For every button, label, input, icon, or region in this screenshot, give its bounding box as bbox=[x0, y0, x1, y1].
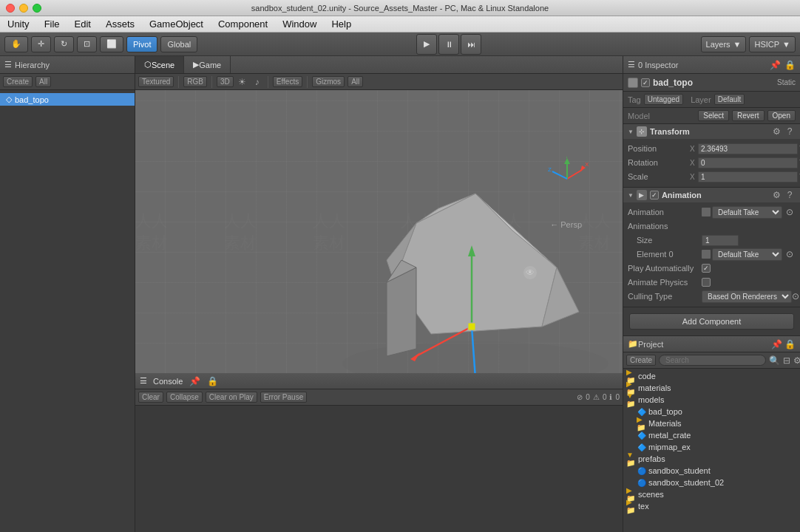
minimize-button[interactable] bbox=[19, 4, 28, 13]
create-button[interactable]: Create bbox=[3, 76, 33, 87]
menu-gameobject[interactable]: GameObject bbox=[142, 16, 211, 32]
console-pin-icon[interactable]: 📌 bbox=[189, 375, 200, 387]
transform-help-icon[interactable]: ? bbox=[784, 126, 796, 137]
step-button[interactable]: ⏭ bbox=[461, 34, 481, 55]
layers-dropdown[interactable]: Layers ▼ bbox=[701, 36, 747, 52]
menu-help[interactable]: Help bbox=[324, 16, 359, 32]
svg-marker-1 bbox=[394, 194, 557, 334]
hand-tool-button[interactable]: ✋ bbox=[4, 36, 28, 52]
rotation-x-input[interactable] bbox=[698, 157, 798, 168]
element0-expand-icon[interactable]: ⊙ bbox=[784, 248, 796, 260]
animation-active-checkbox[interactable] bbox=[650, 191, 659, 200]
play-button[interactable]: ▶ bbox=[416, 34, 437, 55]
pivot-button[interactable]: Pivot bbox=[126, 36, 157, 52]
position-row: Position X Y Z bbox=[628, 142, 796, 155]
error-pause-button[interactable]: Error Pause bbox=[260, 392, 307, 403]
add-component-button[interactable]: Add Component bbox=[629, 313, 794, 330]
layout-dropdown[interactable]: HSICP ▼ bbox=[749, 36, 796, 52]
scene-view[interactable]: 人人素材 人人素材 人人素材 人人素材 人人素材 人人素材 bbox=[135, 90, 623, 373]
transform-settings-icon[interactable]: ⚙ bbox=[770, 126, 782, 137]
menu-window[interactable]: Window bbox=[275, 16, 324, 32]
playback-controls: ▶ ⏸ ⏭ bbox=[200, 34, 697, 55]
open-button[interactable]: Open bbox=[767, 110, 796, 121]
menu-assets[interactable]: Assets bbox=[98, 16, 142, 32]
folder-materials-sub[interactable]: ▶📁 Materials bbox=[623, 417, 800, 429]
menu-edit[interactable]: Edit bbox=[67, 16, 98, 32]
menu-file[interactable]: File bbox=[37, 16, 67, 32]
project-pin-icon[interactable]: 📌 bbox=[770, 338, 782, 350]
layout-chevron-icon: ▼ bbox=[782, 40, 790, 49]
scene-light-icon[interactable]: ☀ bbox=[237, 76, 248, 88]
scene-audio-icon[interactable]: ♪ bbox=[251, 76, 263, 88]
folder-scenes[interactable]: ▶📁 scenes bbox=[623, 488, 800, 500]
inspector-lock-icon[interactable]: 🔒 bbox=[784, 59, 796, 71]
project-settings-icon[interactable]: ⚙ bbox=[793, 355, 800, 366]
file-mipmap-ex[interactable]: 🔷 mipmap_ex bbox=[623, 441, 800, 453]
file-sandbox-student-02-icon: 🔵 bbox=[637, 477, 647, 488]
clear-button[interactable]: Clear bbox=[138, 392, 163, 403]
file-metal-crate-icon: 🔷 bbox=[637, 430, 647, 440]
projection-button[interactable]: 3D bbox=[217, 76, 234, 87]
view-mode-dropdown[interactable]: Textured bbox=[138, 76, 174, 87]
scale-x-input[interactable] bbox=[698, 171, 798, 183]
global-button[interactable]: Global bbox=[160, 36, 197, 52]
folder-models[interactable]: ▼📁 models bbox=[623, 394, 800, 406]
animation-clip-expand-icon[interactable]: ⊙ bbox=[784, 206, 796, 218]
position-x-input[interactable] bbox=[698, 143, 798, 154]
pause-button[interactable]: ⏸ bbox=[438, 34, 459, 55]
menu-unity[interactable]: Unity bbox=[0, 16, 37, 32]
animation-clip-dropdown[interactable]: Default Take bbox=[712, 206, 782, 219]
file-sandbox-student[interactable]: 🔵 sandbox_student bbox=[623, 465, 800, 477]
project-lock-icon[interactable]: 🔒 bbox=[784, 338, 796, 350]
animation-header[interactable]: ▼ ▶ Animation ⚙ ? bbox=[623, 188, 800, 202]
folder-code[interactable]: ▶📁 code bbox=[623, 370, 800, 382]
size-input[interactable] bbox=[702, 235, 739, 246]
rect-tool-button[interactable]: ⬜ bbox=[100, 36, 123, 52]
folder-prefabs[interactable]: ▼📁 prefabs bbox=[623, 453, 800, 465]
console-toolbar: Clear Collapse Clear on Play Error Pause… bbox=[135, 389, 623, 406]
transform-header[interactable]: ▼ ⊹ Transform ⚙ ? bbox=[623, 124, 800, 139]
file-bad-topo-label: bad_topo bbox=[648, 407, 682, 416]
element0-dropdown[interactable]: Default Take bbox=[712, 248, 782, 261]
rotate-tool-button[interactable]: ↻ bbox=[54, 36, 74, 52]
folder-tex[interactable]: ▶📁 tex bbox=[623, 500, 800, 512]
file-sandbox-student-02[interactable]: 🔵 sandbox_student_02 bbox=[623, 477, 800, 488]
file-metal-crate[interactable]: 🔷 metal_crate bbox=[623, 429, 800, 441]
culling-type-dropdown[interactable]: Based On Renderers bbox=[702, 290, 792, 303]
culling-type-expand-icon[interactable]: ⊙ bbox=[792, 290, 799, 302]
layer-dropdown[interactable]: Default bbox=[714, 94, 745, 105]
folder-materials[interactable]: ▶📁 materials bbox=[623, 382, 800, 394]
close-button[interactable] bbox=[6, 4, 15, 13]
project-create-button[interactable]: Create bbox=[626, 355, 656, 366]
tab-scene[interactable]: ⬡ Scene bbox=[135, 56, 184, 73]
menu-component[interactable]: Component bbox=[211, 16, 275, 32]
project-search-input[interactable] bbox=[659, 355, 766, 366]
animation-settings-icon[interactable]: ⚙ bbox=[770, 189, 782, 201]
revert-button[interactable]: Revert bbox=[732, 110, 764, 121]
gizmos-dropdown[interactable]: Gizmos bbox=[312, 76, 345, 87]
project-search-icon[interactable]: 🔍 bbox=[769, 355, 780, 366]
color-mode-dropdown[interactable]: RGB bbox=[183, 76, 207, 87]
transform-section: ▼ ⊹ Transform ⚙ ? Position X bbox=[623, 124, 800, 188]
model-actions-bar: Model Select Revert Open bbox=[623, 108, 800, 124]
select-button[interactable]: Select bbox=[698, 110, 729, 121]
project-sort-icon[interactable]: ⊟ bbox=[783, 355, 790, 366]
console-lock-icon[interactable]: 🔒 bbox=[206, 375, 218, 387]
all-button[interactable]: All bbox=[35, 76, 51, 87]
tag-dropdown[interactable]: Untagged bbox=[644, 94, 683, 105]
file-bad-topo[interactable]: 🔷 bad_topo bbox=[623, 406, 800, 417]
object-active-checkbox[interactable] bbox=[641, 78, 650, 87]
animation-help-icon[interactable]: ? bbox=[784, 189, 796, 201]
animate-physics-checkbox[interactable] bbox=[702, 278, 711, 287]
maximize-button[interactable] bbox=[33, 4, 41, 13]
scale-tool-button[interactable]: ⊡ bbox=[77, 36, 97, 52]
inspector-pin-icon[interactable]: 📌 bbox=[769, 59, 781, 71]
effects-dropdown[interactable]: Effects bbox=[273, 76, 302, 87]
collapse-button[interactable]: Collapse bbox=[166, 392, 203, 403]
move-tool-button[interactable]: ✛ bbox=[31, 36, 51, 52]
clear-on-play-button[interactable]: Clear on Play bbox=[206, 392, 257, 403]
hierarchy-item-bad-topo[interactable]: ◇ bad_topo bbox=[0, 93, 135, 106]
play-auto-checkbox[interactable] bbox=[702, 264, 711, 273]
scene-all-dropdown[interactable]: All bbox=[348, 76, 363, 87]
tab-game[interactable]: ▶ Game bbox=[184, 56, 231, 73]
